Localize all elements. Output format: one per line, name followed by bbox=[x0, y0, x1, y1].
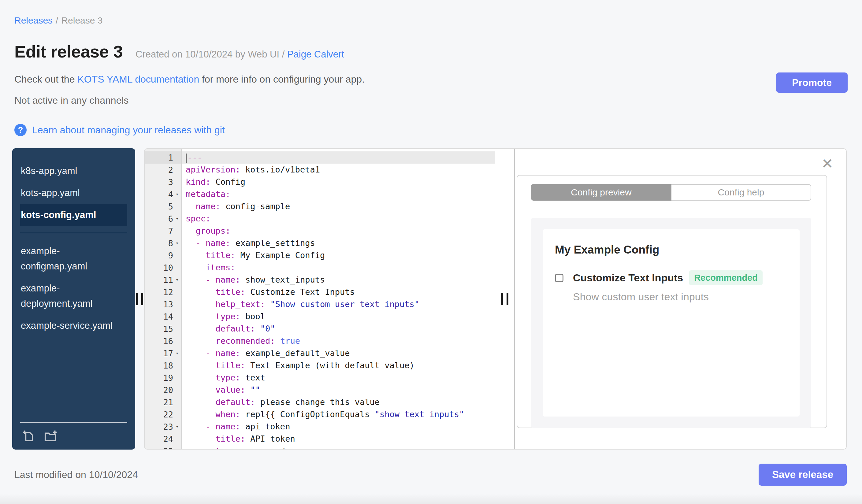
line-number-text: 24 bbox=[163, 434, 173, 444]
code-token: title: bbox=[216, 434, 246, 443]
line-number[interactable]: 24 bbox=[145, 433, 181, 445]
code-token: name: bbox=[206, 238, 230, 248]
fold-arrow-icon[interactable]: ▾ bbox=[173, 424, 181, 429]
release-workspace: k8s-app.yamlkots-app.yamlkots-config.yam… bbox=[12, 148, 847, 450]
add-file-icon[interactable] bbox=[22, 429, 36, 443]
created-text: Created on 10/10/2024 by Web UI / bbox=[135, 49, 285, 59]
code-line[interactable]: title: API token bbox=[186, 433, 495, 445]
code-line[interactable]: --- bbox=[182, 151, 495, 164]
file-item-k8s-app.yaml[interactable]: k8s-app.yaml bbox=[20, 160, 127, 182]
code-line[interactable]: items: bbox=[186, 262, 495, 274]
line-number-text: 10 bbox=[163, 263, 173, 273]
add-folder-icon[interactable] bbox=[43, 429, 58, 443]
line-number[interactable]: 4▾ bbox=[145, 188, 181, 200]
code-line[interactable]: groups: bbox=[186, 225, 495, 237]
close-icon[interactable]: ✕ bbox=[820, 156, 835, 171]
code-token: default: bbox=[216, 397, 256, 407]
recommended-badge: Recommended bbox=[689, 270, 762, 285]
code-line[interactable]: type: password bbox=[186, 445, 495, 449]
breadcrumb-releases-link[interactable]: Releases bbox=[14, 15, 53, 25]
code-token: "Show custom user text inputs" bbox=[270, 300, 419, 309]
created-author-link[interactable]: Paige Calvert bbox=[287, 49, 344, 59]
line-number[interactable]: 16 bbox=[145, 335, 181, 347]
fold-arrow-icon[interactable]: ▾ bbox=[173, 216, 181, 222]
code-token bbox=[186, 311, 216, 321]
code-line[interactable]: kind: Config bbox=[186, 176, 495, 188]
line-number[interactable]: 21 bbox=[145, 396, 181, 408]
git-releases-link[interactable]: Learn about managing your releases with … bbox=[32, 124, 225, 136]
line-number[interactable]: 6▾ bbox=[145, 213, 181, 225]
code-line[interactable]: default: please change this value bbox=[186, 396, 495, 408]
code-line[interactable]: type: bool bbox=[186, 310, 495, 323]
code-line[interactable]: value: "" bbox=[186, 384, 495, 396]
kots-yaml-docs-link[interactable]: KOTS YAML documentation bbox=[77, 74, 199, 85]
fold-arrow-icon[interactable]: ▾ bbox=[173, 240, 181, 246]
line-number[interactable]: 22 bbox=[145, 408, 181, 421]
text-cursor bbox=[186, 154, 186, 163]
file-item-kots-app.yaml[interactable]: kots-app.yaml bbox=[20, 182, 127, 204]
line-number[interactable]: 3 bbox=[145, 176, 181, 188]
code-token bbox=[186, 251, 206, 260]
line-number[interactable]: 9 bbox=[145, 249, 181, 262]
line-number[interactable]: 20 bbox=[145, 384, 181, 396]
customize-text-inputs-checkbox[interactable] bbox=[555, 274, 563, 282]
promote-button[interactable]: Promote bbox=[776, 72, 848, 93]
code-line[interactable]: name: config-sample bbox=[186, 200, 495, 213]
line-number-text: 17 bbox=[163, 349, 173, 358]
file-item-kots-config.yaml[interactable]: kots-config.yaml bbox=[20, 204, 127, 226]
yaml-editor[interactable]: 1234▾56▾78▾91011▾121314151617▾1819202122… bbox=[145, 149, 495, 449]
code-line[interactable]: title: Text Example (with default value) bbox=[186, 359, 495, 372]
save-release-button[interactable]: Save release bbox=[759, 464, 847, 486]
code-line[interactable]: - name: example_default_value bbox=[186, 347, 495, 359]
editor-resize-handle[interactable] bbox=[501, 293, 508, 305]
line-number[interactable]: 10 bbox=[145, 262, 181, 274]
code-line[interactable]: type: text bbox=[186, 372, 495, 384]
code-line[interactable]: recommended: true bbox=[186, 335, 495, 347]
tab-config-preview[interactable]: Config preview bbox=[531, 184, 671, 201]
line-number[interactable]: 7 bbox=[145, 225, 181, 237]
line-number[interactable]: 18 bbox=[145, 359, 181, 372]
sidebar-resize-handle[interactable] bbox=[136, 293, 143, 305]
code-token: items: bbox=[206, 263, 236, 272]
code-token: name: bbox=[196, 201, 221, 211]
code-line[interactable]: apiVersion: kots.io/v1beta1 bbox=[186, 164, 495, 176]
line-number[interactable]: 14 bbox=[145, 310, 181, 323]
file-item-example-configmap.yaml[interactable]: example-configmap.yaml bbox=[20, 240, 127, 277]
fold-arrow-icon[interactable]: ▾ bbox=[173, 350, 181, 356]
code-line[interactable]: - name: show_text_inputs bbox=[186, 274, 495, 286]
line-number[interactable]: 5 bbox=[145, 200, 181, 213]
editor-code[interactable]: ---apiVersion: kots.io/v1beta1kind: Conf… bbox=[182, 149, 495, 449]
config-item-help-text: Show custom user text inputs bbox=[573, 291, 787, 303]
code-token: My Example Config bbox=[236, 251, 325, 260]
code-line[interactable]: help_text: "Show custom user text inputs… bbox=[186, 298, 495, 310]
code-line[interactable]: - name: example_settings bbox=[186, 237, 495, 249]
line-number[interactable]: 8▾ bbox=[145, 237, 181, 249]
line-number[interactable]: 11▾ bbox=[145, 274, 181, 286]
code-token: config-sample bbox=[221, 201, 290, 211]
line-number[interactable]: 1 bbox=[145, 151, 181, 164]
code-line[interactable]: title: My Example Config bbox=[186, 249, 495, 262]
file-list: k8s-app.yamlkots-app.yamlkots-config.yam… bbox=[12, 160, 135, 337]
file-item-example-service.yaml[interactable]: example-service.yaml bbox=[20, 315, 127, 337]
code-token: groups: bbox=[196, 226, 231, 236]
editor-shell: 1234▾56▾78▾91011▾121314151617▾1819202122… bbox=[144, 148, 847, 450]
code-line[interactable]: spec: bbox=[186, 213, 495, 225]
line-number[interactable]: 15 bbox=[145, 323, 181, 335]
code-line[interactable]: title: Customize Text Inputs bbox=[186, 286, 495, 298]
code-line[interactable]: default: "0" bbox=[186, 323, 495, 335]
line-number[interactable]: 13 bbox=[145, 298, 181, 310]
code-line[interactable]: metadata: bbox=[186, 188, 495, 200]
fold-arrow-icon[interactable]: ▾ bbox=[173, 277, 181, 282]
line-number[interactable]: 17▾ bbox=[145, 347, 181, 359]
line-number[interactable]: 19 bbox=[145, 372, 181, 384]
title-row: Edit release 3 Created on 10/10/2024 by … bbox=[14, 42, 848, 62]
line-number[interactable]: 2 bbox=[145, 164, 181, 176]
code-line[interactable]: when: repl{{ ConfigOptionEquals "show_te… bbox=[186, 408, 495, 421]
fold-arrow-icon[interactable]: ▾ bbox=[173, 191, 181, 197]
line-number[interactable]: 25 bbox=[145, 445, 181, 449]
line-number[interactable]: 23▾ bbox=[145, 421, 181, 433]
line-number[interactable]: 12 bbox=[145, 286, 181, 298]
code-line[interactable]: - name: api_token bbox=[186, 421, 495, 433]
file-item-example-deployment.yaml[interactable]: example-deployment.yaml bbox=[20, 277, 127, 315]
tab-config-help[interactable]: Config help bbox=[671, 184, 811, 201]
